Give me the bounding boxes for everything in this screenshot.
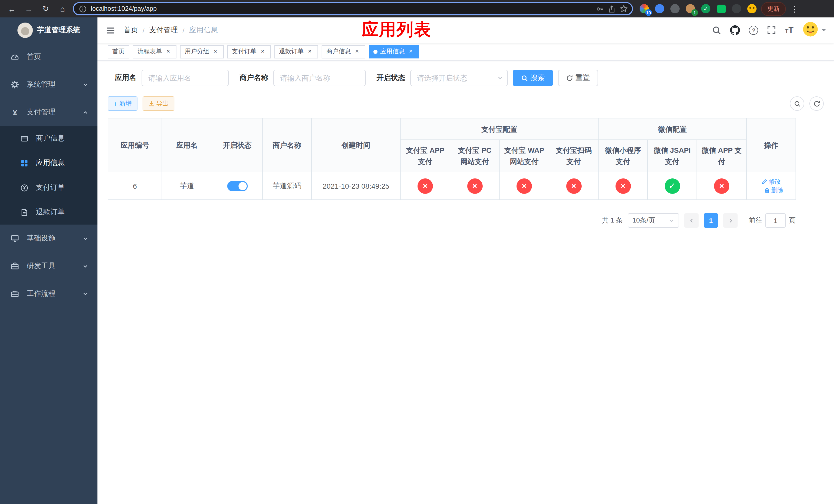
reset-button[interactable]: 重置 bbox=[558, 70, 598, 86]
close-icon[interactable]: × bbox=[259, 48, 266, 55]
sidebar-item-label: 支付管理 bbox=[27, 108, 56, 117]
sidebar-item-pay-order[interactable]: 支付订单 bbox=[0, 175, 97, 200]
extension-pin-icon[interactable] bbox=[654, 3, 665, 14]
browser-menu-kebab-icon[interactable]: ⋮ bbox=[789, 4, 799, 14]
breadcrumb-payment[interactable]: 支付管理 bbox=[149, 26, 178, 35]
navbar-actions: ? TT bbox=[712, 21, 826, 40]
refresh-button[interactable] bbox=[809, 96, 824, 111]
tab-user-group[interactable]: 用户分组 × bbox=[180, 45, 224, 58]
extension-avatar-icon[interactable]: 1 bbox=[685, 3, 696, 14]
tab-home[interactable]: 首页 bbox=[108, 45, 129, 58]
browser-update-button[interactable]: 更新 bbox=[761, 2, 786, 16]
chevron-up-icon bbox=[83, 110, 88, 115]
site-info-icon[interactable] bbox=[79, 5, 87, 13]
sidebar-item-dev-tools[interactable]: 研发工具 bbox=[0, 252, 97, 280]
app-table: 应用编号 应用名 开启状态 商户名称 创建时间 支付宝配置 微信配置 操作 支付… bbox=[108, 118, 796, 200]
tab-refund-order[interactable]: 退款订单 × bbox=[275, 45, 318, 58]
prev-page-button[interactable] bbox=[684, 213, 699, 228]
extension-green-square-icon[interactable] bbox=[716, 3, 727, 14]
sidebar-item-infrastructure[interactable]: 基础设施 bbox=[0, 225, 97, 252]
share-icon[interactable] bbox=[608, 5, 615, 13]
page-size-value: 10条/页 bbox=[632, 216, 655, 225]
delete-link[interactable]: 删除 bbox=[764, 186, 784, 194]
extension-green-check-icon[interactable]: ✓ bbox=[700, 3, 711, 14]
cell-created: 2021-10-23 08:49:25 bbox=[312, 172, 400, 200]
status-select[interactable] bbox=[410, 70, 508, 86]
close-icon[interactable]: × bbox=[353, 48, 360, 55]
page-number-1[interactable]: 1 bbox=[704, 213, 718, 228]
sidebar-item-system[interactable]: 系统管理 bbox=[0, 71, 97, 98]
status-toggle[interactable] bbox=[227, 181, 247, 191]
extension-dark-icon[interactable] bbox=[670, 3, 681, 14]
page-title: 应用列表 bbox=[361, 18, 431, 41]
next-page-button[interactable] bbox=[723, 213, 738, 228]
font-size-icon[interactable]: TT bbox=[785, 26, 793, 35]
close-icon[interactable]: × bbox=[306, 48, 313, 55]
alipay-app-status-icon: × bbox=[418, 178, 433, 193]
password-key-icon[interactable] bbox=[596, 5, 604, 13]
browser-home-button[interactable]: ⌂ bbox=[56, 2, 69, 15]
sidebar-item-payment[interactable]: ¥ 支付管理 bbox=[0, 98, 97, 126]
extensions-row: 10 1 ✓ bbox=[639, 3, 758, 14]
bookmark-star-icon[interactable] bbox=[620, 5, 628, 13]
sidebar-item-label: 工作流程 bbox=[27, 289, 56, 298]
export-button-label: 导出 bbox=[156, 99, 169, 108]
sidebar-collapse-icon[interactable] bbox=[106, 25, 115, 35]
col-alipay-wap: 支付宝 WAP 网站支付 bbox=[499, 140, 549, 172]
close-icon[interactable]: × bbox=[212, 48, 219, 55]
export-button[interactable]: 导出 bbox=[142, 96, 174, 111]
app-name-input[interactable] bbox=[141, 70, 229, 86]
pay-order-icon bbox=[20, 184, 29, 191]
sidebar-item-refund-order[interactable]: 退款订单 bbox=[0, 200, 97, 225]
sidebar-logo[interactable]: 芋道管理系统 bbox=[0, 18, 97, 43]
breadcrumb-home[interactable]: 首页 bbox=[124, 26, 138, 35]
sidebar-item-label: 研发工具 bbox=[27, 261, 56, 271]
github-icon[interactable] bbox=[730, 25, 740, 36]
tab-merchant-info[interactable]: 商户信息 × bbox=[322, 45, 365, 58]
search-button[interactable]: 搜索 bbox=[513, 70, 553, 86]
sidebar-item-merchant-info[interactable]: 商户信息 bbox=[0, 126, 97, 151]
user-avatar-menu[interactable] bbox=[802, 21, 826, 40]
chevron-down-icon bbox=[822, 29, 826, 33]
tab-process-form[interactable]: 流程表单 × bbox=[133, 45, 176, 58]
search-icon[interactable] bbox=[712, 26, 721, 35]
extension-face-icon[interactable] bbox=[746, 3, 758, 14]
browser-forward-button[interactable]: → bbox=[22, 2, 36, 15]
cell-status bbox=[212, 172, 262, 200]
breadcrumb: 首页 / 支付管理 / 应用信息 bbox=[124, 26, 218, 35]
sidebar-item-workflow[interactable]: 工作流程 bbox=[0, 280, 97, 307]
filter-form: 应用名 商户名称 开启状态 搜索 bbox=[108, 70, 824, 86]
edit-link[interactable]: 修改 bbox=[762, 177, 781, 186]
tab-app-info[interactable]: 应用信息 × bbox=[369, 45, 419, 58]
sidebar-item-home[interactable]: 首页 bbox=[0, 43, 97, 71]
merchant-name-input[interactable] bbox=[273, 70, 366, 86]
goto-page-input[interactable] bbox=[765, 213, 786, 228]
extension-wheel-icon[interactable]: 10 bbox=[639, 3, 650, 14]
tab-pay-order[interactable]: 支付订单 × bbox=[227, 45, 271, 58]
help-icon[interactable]: ? bbox=[749, 26, 758, 35]
main-navbar: 首页 / 支付管理 / 应用信息 应用列表 ? bbox=[97, 18, 834, 43]
address-bar[interactable]: localhost:1024/pay/app bbox=[73, 2, 633, 15]
table-toolbar: + 新增 导出 bbox=[108, 96, 824, 111]
sidebar-item-app-info[interactable]: 应用信息 bbox=[0, 151, 97, 175]
close-icon[interactable]: × bbox=[164, 48, 172, 55]
col-wechat-mini: 微信小程序支付 bbox=[598, 140, 648, 172]
extension-badge: 10 bbox=[645, 9, 652, 16]
goto-prefix: 前往 bbox=[749, 216, 762, 225]
close-icon[interactable]: × bbox=[407, 48, 414, 55]
status-select-input[interactable] bbox=[410, 70, 508, 86]
sidebar-item-label: 首页 bbox=[27, 52, 41, 62]
url-text[interactable]: localhost:1024/pay/app bbox=[91, 5, 592, 12]
breadcrumb-separator: / bbox=[142, 26, 145, 35]
sidebar-item-label: 退款订单 bbox=[36, 208, 65, 217]
fullscreen-icon[interactable] bbox=[767, 26, 776, 35]
page-size-select[interactable]: 10条/页 bbox=[628, 213, 679, 228]
tab-label: 支付订单 bbox=[232, 47, 257, 56]
browser-reload-button[interactable]: ↻ bbox=[39, 2, 52, 15]
toggle-search-button[interactable] bbox=[790, 96, 804, 111]
extension-puzzle-icon[interactable] bbox=[731, 3, 742, 14]
browser-back-button[interactable]: ← bbox=[5, 2, 19, 15]
add-button[interactable]: + 新增 bbox=[108, 96, 137, 111]
screen: ← → ↻ ⌂ localhost:1024/pay/app 10 bbox=[0, 0, 834, 504]
app-name-label: 应用名 bbox=[115, 73, 136, 83]
